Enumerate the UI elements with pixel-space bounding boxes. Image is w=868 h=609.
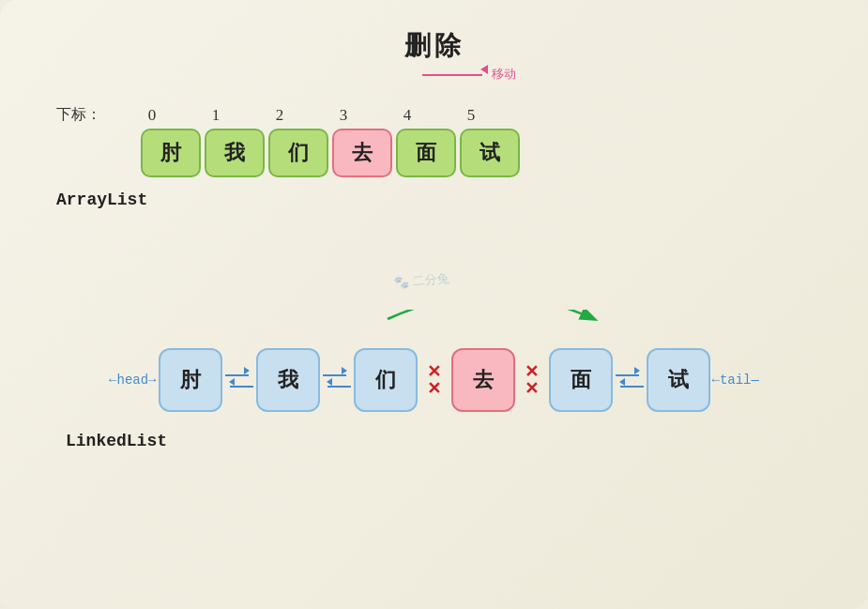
array-cell-0: 肘 — [141, 129, 201, 177]
ll-arrow-x-3-4: ✕ ✕ — [515, 363, 549, 397]
ll-arrow-4-5 — [613, 370, 647, 390]
ll-char-4: 面 — [571, 366, 591, 394]
index-5: 5 — [439, 106, 503, 125]
x-mark-top: ✕ — [427, 363, 441, 380]
arraylist-label: ArrayList — [56, 190, 812, 209]
linkedlist-section: ←head→ 肘 我 们 — [0, 338, 868, 450]
ll-node-4: 面 — [549, 348, 613, 412]
index-numbers: 0 1 2 3 4 5 — [120, 106, 503, 125]
array-char-0: 肘 — [160, 139, 181, 167]
array-cell-4: 面 — [396, 129, 456, 177]
index-row: 下标： 0 1 2 3 4 5 — [56, 105, 812, 125]
ll-node-2: 们 — [354, 348, 418, 412]
x-mark-top2: ✕ — [525, 363, 539, 380]
index-3: 3 — [312, 106, 375, 125]
linkedlist-label: LinkedList — [66, 432, 868, 450]
head-pointer-area: ←head→ — [109, 373, 158, 388]
move-label: 移动 — [422, 66, 516, 83]
ll-char-5: 试 — [668, 366, 689, 394]
index-1: 1 — [184, 106, 248, 125]
ll-node-3: 去 — [451, 348, 515, 412]
head-label: ←head→ — [109, 373, 156, 388]
array-cell-1: 我 — [205, 129, 265, 177]
ll-node-5: 试 — [647, 348, 710, 412]
ll-char-3: 去 — [473, 366, 494, 394]
page-title: 删除 — [0, 0, 868, 64]
index-2: 2 — [248, 106, 312, 125]
array-cell-5: 试 — [460, 129, 520, 177]
arrow-bwd-1 — [323, 381, 351, 390]
main-container: 删除 移动 下标： 0 1 2 3 4 5 肘 — [0, 0, 868, 609]
arrow-bwd-0 — [225, 381, 253, 390]
ll-arrow-1-2 — [320, 370, 354, 390]
ll-row: ←head→ 肘 我 们 — [0, 338, 868, 422]
ll-arrow-0-1 — [222, 370, 256, 390]
array-char-3: 去 — [352, 139, 373, 167]
array-cell-3: 去 — [332, 129, 392, 177]
move-arrow-icon — [422, 69, 488, 80]
array-cell-2: 们 — [268, 129, 328, 177]
arrow-bwd-4 — [616, 381, 644, 390]
watermark: 🐾 二分兔 — [393, 269, 449, 291]
move-row: 移动 — [56, 66, 812, 84]
ll-node-1: 我 — [256, 348, 320, 412]
index-0: 0 — [120, 106, 184, 125]
x-mark-bottom2: ✕ — [525, 380, 539, 397]
ll-char-2: 们 — [375, 366, 396, 394]
ll-char-1: 我 — [278, 366, 298, 394]
tail-label: ←tail— — [712, 373, 759, 388]
ll-node-0: 肘 — [159, 348, 222, 412]
tail-pointer-area: ←tail— — [710, 373, 759, 388]
ll-arrow-x-2-3: ✕ ✕ — [418, 363, 451, 397]
index-4: 4 — [375, 106, 439, 125]
arraylist-section: 移动 下标： 0 1 2 3 4 5 肘 我 们 — [56, 66, 812, 209]
move-text: 移动 — [492, 66, 516, 83]
array-char-2: 们 — [288, 139, 309, 167]
array-char-4: 面 — [416, 139, 436, 167]
array-char-1: 我 — [224, 139, 245, 167]
ll-char-0: 肘 — [180, 366, 201, 394]
index-label: 下标： — [56, 105, 101, 125]
array-row: 肘 我 们 去 面 试 — [141, 129, 812, 177]
array-char-5: 试 — [480, 139, 500, 167]
x-mark-bottom: ✕ — [427, 380, 441, 397]
